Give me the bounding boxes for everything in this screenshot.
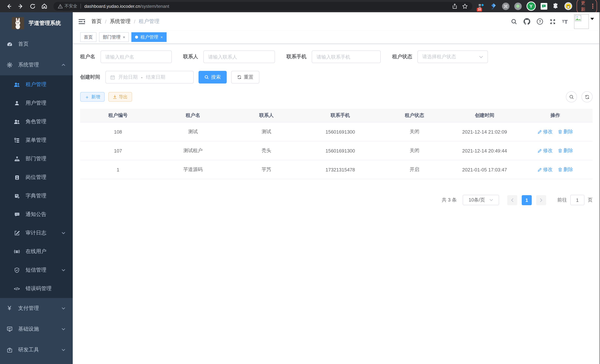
page-size-select[interactable]: 10条/页 [463, 195, 499, 205]
extension-command-icon[interactable] [502, 2, 509, 10]
site-security[interactable]: 不安全 [58, 3, 77, 9]
col-header-mobile: 联系手机 [303, 109, 378, 122]
breadcrumb-system[interactable]: 系统管理 [110, 18, 131, 25]
chevron-down-icon [62, 232, 65, 234]
calendar-icon [110, 75, 115, 80]
next-page-button[interactable] [536, 195, 546, 205]
fullscreen-icon[interactable] [549, 18, 556, 25]
sidebar-item-dept[interactable]: 部门管理 [0, 149, 73, 168]
extensions-puzzle-icon[interactable] [552, 2, 559, 10]
close-icon[interactable]: × [123, 35, 125, 39]
sidebar-item-label: 错误码管理 [26, 285, 52, 292]
extension-chat-icon[interactable] [540, 3, 547, 9]
home-icon[interactable] [40, 1, 49, 11]
sidebar-item-notice[interactable]: 通知公告 [0, 205, 73, 224]
url-security-label: 不安全 [64, 3, 77, 9]
help-icon[interactable]: ? [536, 18, 543, 25]
delete-button[interactable]: 删除 [558, 147, 573, 154]
monitor-icon [6, 326, 13, 332]
sidebar-item-online-users[interactable]: 在线用户 [0, 242, 73, 261]
trash-icon [558, 149, 562, 153]
sidebar-item-home[interactable]: 首页 [0, 34, 73, 55]
sidebar-item-tenant[interactable]: 租户管理 [0, 75, 73, 94]
forward-icon[interactable] [16, 1, 26, 11]
sidebar-item-errcode[interactable]: </> 错误码管理 [0, 280, 73, 298]
status-value: 关闭 [378, 122, 451, 141]
prev-page-button[interactable] [507, 195, 517, 205]
filter-contact: 联系人 [183, 50, 275, 63]
bookmark-star-icon[interactable] [462, 3, 468, 9]
date-range-picker[interactable]: 开始日期 - 结束日期 [105, 71, 194, 84]
add-button[interactable]: ＋ 新增 [80, 92, 105, 102]
header-search-icon[interactable] [511, 18, 517, 25]
share-icon[interactable] [452, 3, 457, 9]
dictionary-icon [14, 193, 20, 199]
export-button[interactable]: 导出 [108, 92, 132, 102]
svg-text:?: ? [539, 19, 541, 24]
browser-menu-icon[interactable] [592, 4, 593, 9]
table-header-row: 租户编号 租户名 联系人 联系手机 租户状态 创建时间 操作 [80, 109, 593, 122]
sidebar-item-devtools[interactable]: 研发工具 [0, 339, 73, 360]
refresh-table-icon[interactable] [581, 91, 593, 103]
sidebar-item-user[interactable]: 用户管理 [0, 94, 73, 112]
extension-recorder-icon[interactable] [514, 2, 522, 10]
dashboard-icon [6, 41, 13, 47]
chevron-down-icon [62, 328, 65, 330]
contact-input[interactable] [203, 50, 275, 63]
tab-tenant[interactable]: 租户管理 × [131, 32, 167, 42]
tab-dept[interactable]: 部门管理 × [99, 32, 129, 42]
sidebar-item-infra[interactable]: 基础设施 [0, 319, 73, 339]
edit-button[interactable]: 修改 [537, 129, 553, 135]
breadcrumb-home[interactable]: 首页 [91, 18, 102, 25]
tab-home[interactable]: 首页 [80, 32, 96, 42]
chevron-down-icon [489, 199, 493, 201]
close-icon[interactable]: × [160, 35, 163, 39]
logo-image [12, 17, 24, 29]
search-button[interactable]: 搜索 [198, 71, 227, 84]
goto-page-input[interactable] [570, 195, 584, 205]
sidebar-item-role[interactable]: 角色管理 [0, 112, 73, 131]
reset-button[interactable]: 重置 [231, 71, 259, 84]
sidebar-item-post[interactable]: 岗位管理 [0, 168, 73, 187]
page-number-button[interactable]: 1 [522, 195, 532, 205]
sidebar-item-audit-log[interactable]: 审计日志 [0, 224, 73, 242]
tenant-name-input[interactable] [100, 50, 172, 63]
extension-kite-icon[interactable] [490, 2, 497, 10]
breadcrumb: 首页 / 系统管理 / 租户管理 [91, 18, 159, 25]
url-path: /system/tenant [140, 3, 169, 9]
user-avatar[interactable] [574, 14, 589, 29]
avatar-dropdown-caret[interactable] [590, 18, 594, 22]
github-icon[interactable] [523, 18, 530, 25]
url-bar[interactable]: 不安全 dashboard.yudao.iocoder.cn/system/te… [53, 2, 472, 10]
reload-icon[interactable] [28, 1, 38, 11]
back-icon[interactable] [4, 1, 14, 11]
delete-button[interactable]: 删除 [558, 128, 573, 135]
edit-button[interactable]: 修改 [537, 148, 553, 154]
sidebar-item-pay[interactable]: ¥ 支付管理 [0, 298, 73, 319]
font-size-icon[interactable]: TT [562, 19, 568, 24]
edit-button[interactable]: 修改 [537, 166, 553, 173]
sidebar-item-label: 首页 [18, 41, 28, 47]
chevron-right-icon [540, 198, 543, 202]
sidebar-collapse-icon[interactable] [78, 18, 85, 25]
toggle-search-icon[interactable] [566, 91, 577, 103]
browser-update-button[interactable]: 更新 [576, 0, 597, 14]
sidebar-item-system[interactable]: 系统管理 [0, 55, 73, 75]
delete-button[interactable]: 删除 [558, 166, 573, 173]
filter-tenant-name: 租户名 [80, 50, 172, 63]
shield-check-icon [14, 267, 20, 273]
sidebar-item-dict[interactable]: 字典管理 [0, 187, 73, 205]
pagination-jumper: 前往 页 [557, 195, 593, 205]
status-select[interactable]: 请选择租户状态 [417, 50, 488, 63]
profile-avatar-icon[interactable] [564, 2, 572, 10]
extension-bookmark-icon[interactable]: 10 [477, 2, 485, 10]
sidebar-logo[interactable]: 芋道管理系统 [0, 12, 73, 34]
sidebar-item-sms[interactable]: 短信管理 [0, 261, 73, 280]
chevron-up-icon [62, 64, 65, 66]
sidebar-item-menu[interactable]: 菜单管理 [0, 131, 73, 149]
screen: 不安全 dashboard.yudao.iocoder.cn/system/te… [0, 0, 600, 364]
mobile-input[interactable] [312, 50, 381, 63]
sidebar-item-label: 支付管理 [18, 305, 39, 312]
table-toolbar: ＋ 新增 导出 [80, 91, 593, 103]
extension-y-icon[interactable]: Y [526, 1, 536, 11]
